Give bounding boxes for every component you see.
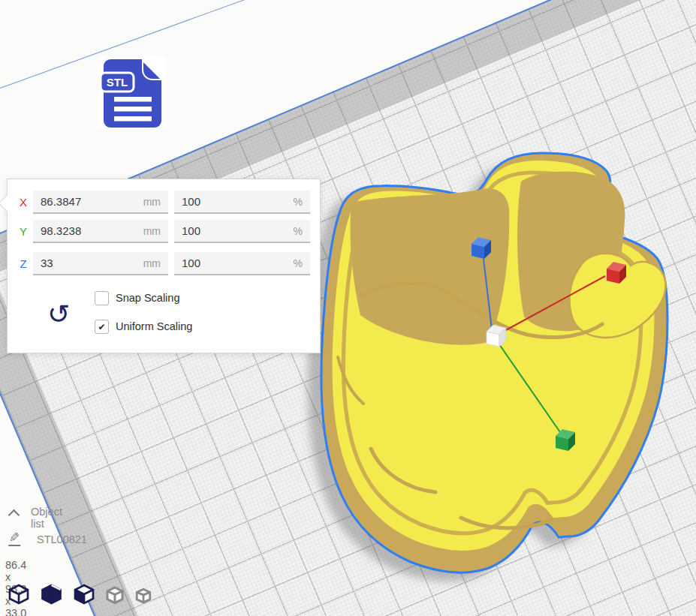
- unit-label: mm: [143, 196, 161, 208]
- uniform-scaling-checkbox[interactable]: ✔: [95, 320, 109, 334]
- view-left-side-icon[interactable]: [104, 584, 126, 606]
- axis-z-label: Z: [15, 252, 32, 275]
- scale-x-percent-field[interactable]: %: [174, 191, 310, 214]
- model-stl00821[interactable]: [321, 153, 667, 572]
- scale-y-mm-field[interactable]: mm: [33, 220, 168, 243]
- scale-y-percent-input[interactable]: [182, 224, 289, 237]
- scale-z-percent-field[interactable]: %: [174, 252, 310, 275]
- view-right-side-icon[interactable]: [133, 584, 154, 606]
- unit-label: %: [294, 225, 303, 237]
- stl-file-icon[interactable]: STL: [98, 56, 166, 129]
- scale-y-percent-field[interactable]: %: [174, 220, 310, 243]
- scale-row-x: X mm %: [8, 191, 320, 214]
- axis-x-label: X: [15, 191, 32, 214]
- scale-tool-panel: X mm % Y mm % Z mm % ↺ Snap: [7, 179, 321, 353]
- stl-doc-line: [114, 97, 152, 102]
- scale-row-y: Y mm %: [8, 220, 320, 243]
- axis-y-label: Y: [15, 220, 32, 243]
- uniform-scaling-label: Uniform Scaling: [116, 320, 192, 334]
- unit-label: mm: [143, 225, 161, 237]
- model-cavity-left: [351, 188, 510, 345]
- view-top-icon[interactable]: [71, 582, 97, 606]
- rename-pencil-icon[interactable]: ✎: [8, 530, 20, 546]
- unit-label: mm: [143, 257, 161, 269]
- reset-scale-icon[interactable]: ↺: [44, 298, 74, 331]
- scale-z-mm-field[interactable]: mm: [33, 252, 168, 275]
- scale-z-mm-input[interactable]: [41, 257, 139, 269]
- scale-row-z: Z mm %: [8, 252, 320, 275]
- scale-y-mm-input[interactable]: [41, 224, 139, 237]
- stl-doc-line: [114, 107, 152, 112]
- unit-label: %: [294, 196, 303, 208]
- object-list-header[interactable]: Object list: [31, 506, 62, 530]
- checkmark-icon: ✔: [98, 322, 105, 332]
- snap-scaling-checkbox[interactable]: [95, 291, 109, 305]
- scale-x-mm-input[interactable]: [41, 195, 139, 208]
- scale-x-percent-input[interactable]: [182, 195, 289, 208]
- snap-scaling-label: Snap Scaling: [116, 291, 179, 305]
- stl-badge-text: STL: [107, 76, 128, 89]
- unit-label: %: [294, 257, 303, 269]
- view-3d-icon[interactable]: [6, 582, 32, 606]
- view-front-icon[interactable]: [38, 582, 65, 606]
- scale-z-percent-input[interactable]: [182, 257, 289, 269]
- scale-x-mm-field[interactable]: mm: [33, 191, 168, 214]
- object-list-item[interactable]: STL00821: [37, 533, 87, 545]
- stl-doc-line: [114, 116, 152, 122]
- camera-view-toolbar: [6, 582, 154, 606]
